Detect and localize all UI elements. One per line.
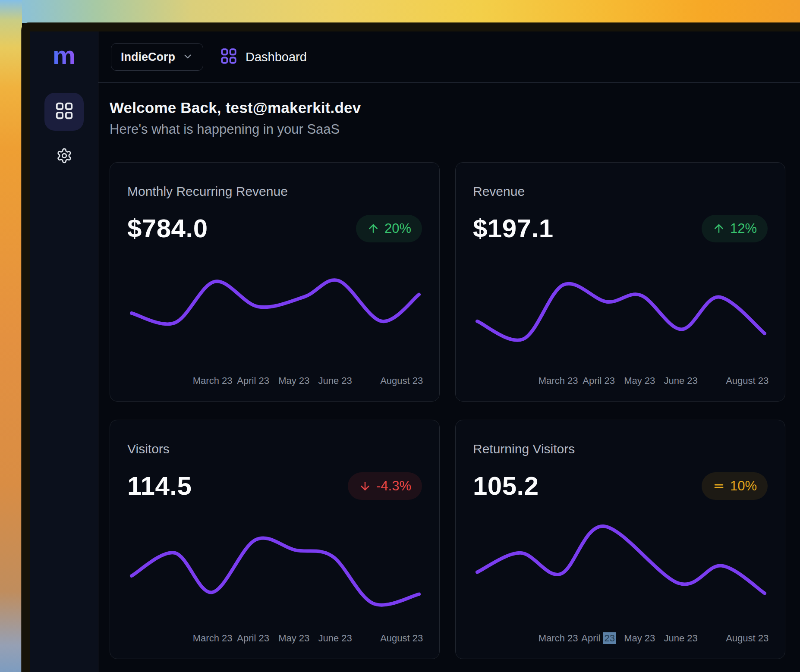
main-column: IndieCorp Dashboard Welcome Back, test@m… [98, 31, 800, 672]
trend-badge: 20% [356, 215, 422, 242]
x-axis: March 23April 23May 23June 23August 23 [129, 375, 421, 387]
trend-badge-label: -4.3% [376, 478, 411, 494]
desktop-wallpaper-left [0, 0, 22, 672]
welcome-heading: Welcome Back, test@makerkit.dev [110, 99, 800, 116]
trend-badge: 12% [702, 215, 768, 242]
line-chart [129, 270, 421, 356]
x-axis: March 23April 23May 23June 23August 23 [129, 633, 421, 645]
chart-line-series [477, 526, 765, 593]
x-axis: March 23April 23May 23June 23August 23 [475, 633, 767, 645]
metric-value: 105.2 [473, 471, 539, 501]
card-monthly-recurring-revenue: Monthly Recurring Revenue $784.0 20% Mar… [110, 162, 440, 402]
arrow-down-icon [359, 480, 372, 493]
x-axis-tick: August 23 [380, 375, 423, 386]
breadcrumb: Dashboard [220, 47, 307, 67]
x-axis-tick: June 23 [318, 633, 352, 644]
team-selector-label: IndieCorp [121, 50, 175, 64]
sidebar-item-dashboard[interactable] [44, 93, 84, 131]
chart-line-series [477, 284, 765, 340]
trend-badge: 10% [702, 472, 768, 500]
x-axis-tick: August 23 [726, 375, 769, 386]
metric-value: $784.0 [127, 214, 208, 243]
trend-badge-label: 10% [730, 478, 757, 494]
sidebar-item-settings[interactable] [44, 144, 84, 170]
page-title: Dashboard [246, 50, 307, 64]
makerkit-logo: m [53, 43, 76, 69]
selected-tick-text: 23 [603, 632, 616, 644]
x-axis-tick: March 23 [193, 375, 233, 386]
x-axis-tick: May 23 [278, 375, 309, 386]
card-returning-visitors: Returning Visitors 105.2 10% March 23Apr… [455, 420, 785, 659]
x-axis-tick: April 23 [237, 633, 269, 644]
x-axis-tick: March 23 [539, 375, 578, 386]
x-axis-tick: March 23 [539, 633, 578, 644]
sidebar: m [30, 31, 98, 672]
x-axis-tick: June 23 [664, 633, 697, 644]
chart-line-series [132, 280, 419, 324]
chevron-down-icon [182, 51, 193, 63]
app-window: m IndieCorp [21, 22, 800, 672]
x-axis-tick: May 23 [624, 633, 655, 644]
grid-icon [54, 101, 74, 122]
dashboard-grid-icon [220, 47, 238, 67]
x-axis-tick: May 23 [278, 633, 309, 644]
trend-badge: -4.3% [348, 472, 422, 500]
team-selector-button[interactable]: IndieCorp [111, 43, 203, 71]
card-revenue: Revenue $197.1 12% March 23April 23May 2… [455, 162, 785, 402]
card-title: Monthly Recurring Revenue [127, 184, 422, 199]
arrow-up-icon [367, 222, 380, 235]
x-axis-tick: August 23 [380, 633, 423, 644]
gear-icon [56, 148, 72, 166]
x-axis-tick: August 23 [726, 633, 769, 644]
desktop-wallpaper-top [0, 0, 800, 23]
x-axis-tick: June 23 [318, 375, 352, 386]
chart-line-series [132, 538, 419, 605]
content: Welcome Back, test@makerkit.dev Here's w… [98, 83, 800, 659]
equals-icon [712, 480, 725, 493]
card-title: Visitors [127, 442, 422, 456]
line-chart [475, 524, 767, 621]
stats-grid: Monthly Recurring Revenue $784.0 20% Mar… [110, 162, 800, 659]
line-chart [129, 524, 421, 621]
trend-badge-label: 12% [730, 221, 757, 236]
metric-value: 114.5 [127, 471, 192, 501]
metric-value: $197.1 [473, 214, 554, 243]
x-axis: March 23April 23May 23June 23August 23 [475, 375, 767, 387]
x-axis-tick: June 23 [664, 375, 697, 386]
trend-badge-label: 20% [384, 221, 411, 236]
x-axis-tick: April 23 [583, 375, 615, 386]
card-title: Returning Visitors [473, 442, 768, 456]
topbar: IndieCorp Dashboard [98, 31, 800, 83]
welcome-subheading: Here's what is happening in your SaaS [110, 122, 800, 137]
x-axis-tick: April 23 [581, 633, 616, 644]
arrow-up-icon [712, 222, 725, 235]
card-visitors: Visitors 114.5 -4.3% March 23April 23May… [110, 420, 440, 659]
x-axis-tick: March 23 [193, 633, 233, 644]
card-title: Revenue [473, 184, 768, 199]
x-axis-tick: April 23 [237, 375, 269, 386]
line-chart [475, 270, 767, 356]
x-axis-tick: May 23 [624, 375, 655, 386]
